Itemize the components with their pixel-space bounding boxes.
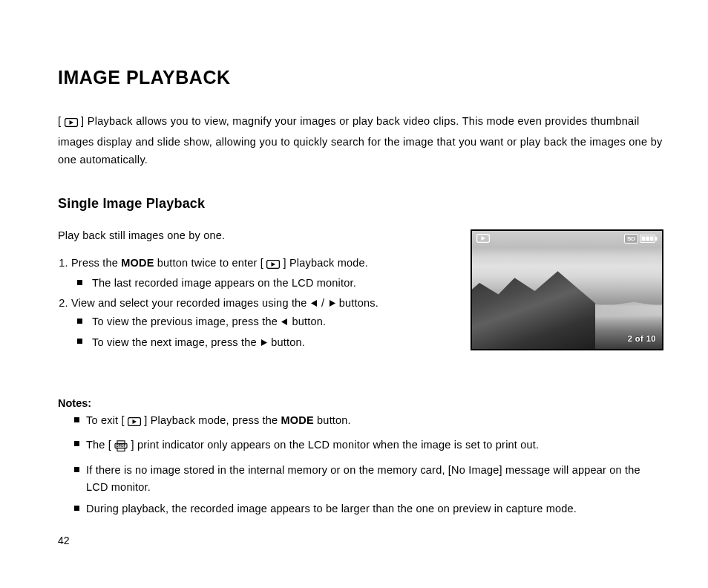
svg-marker-16 — [133, 419, 137, 424]
left-arrow-icon — [281, 314, 289, 330]
svg-rect-11 — [642, 236, 646, 241]
playback-mode-icon — [266, 257, 280, 273]
step-2-sub-2: To view the next image, press the button… — [89, 334, 454, 351]
svg-rect-13 — [650, 236, 653, 241]
svg-marker-4 — [311, 300, 317, 307]
svg-rect-12 — [646, 236, 649, 241]
step-2-sub-1: To view the previous image, press the bu… — [89, 313, 454, 330]
manual-page: IMAGE PLAYBACK [ ] Playback allows you t… — [0, 0, 708, 588]
notes-list: To exit [ ] Playback mode, press the MOD… — [58, 412, 663, 517]
intro-paragraph: [ ] Playback allows you to view, magnify… — [58, 112, 663, 169]
playback-mode-icon — [65, 114, 78, 133]
section-title: Single Image Playback — [58, 196, 663, 212]
page-number: 42 — [58, 535, 70, 546]
right-arrow-icon — [328, 295, 336, 312]
lead-text: Play back still images one by one. — [58, 229, 454, 241]
sd-card-icon: SD — [624, 234, 638, 244]
note-4: During playback, the recorded image appe… — [86, 500, 663, 517]
svg-marker-6 — [281, 318, 287, 325]
dpof-print-icon: DPOF — [114, 440, 128, 457]
svg-marker-9 — [482, 236, 486, 241]
svg-marker-5 — [330, 300, 335, 307]
page-title: IMAGE PLAYBACK — [58, 67, 663, 88]
lcd-preview: SD 2 of 10 — [471, 229, 663, 350]
playback-mode-icon — [128, 414, 141, 431]
lcd-image-counter: 2 of 10 — [628, 334, 656, 343]
lcd-playback-icon — [476, 234, 490, 243]
svg-marker-7 — [261, 339, 267, 346]
note-1: To exit [ ] Playback mode, press the MOD… — [86, 412, 663, 431]
step-2: View and select your recorded images usi… — [71, 295, 454, 351]
step-1: Press the MODE button twice to enter [ ]… — [71, 255, 454, 292]
svg-marker-3 — [272, 262, 276, 267]
right-arrow-icon — [260, 335, 268, 351]
left-arrow-icon — [310, 295, 318, 312]
svg-rect-14 — [655, 237, 657, 241]
notes-heading: Notes: — [58, 397, 663, 409]
lcd-scene-near — [471, 267, 595, 349]
battery-icon — [640, 234, 658, 244]
note-3: If there is no image stored in the inter… — [86, 462, 663, 495]
svg-marker-1 — [69, 120, 73, 125]
svg-text:DPOF: DPOF — [117, 444, 127, 448]
step-1-sub-1: The last recorded image appears on the L… — [89, 275, 454, 291]
instructions-block: Play back still images one by one. Press… — [58, 229, 454, 354]
note-2: The [ DPOF ] print indicator only appear… — [86, 437, 663, 457]
